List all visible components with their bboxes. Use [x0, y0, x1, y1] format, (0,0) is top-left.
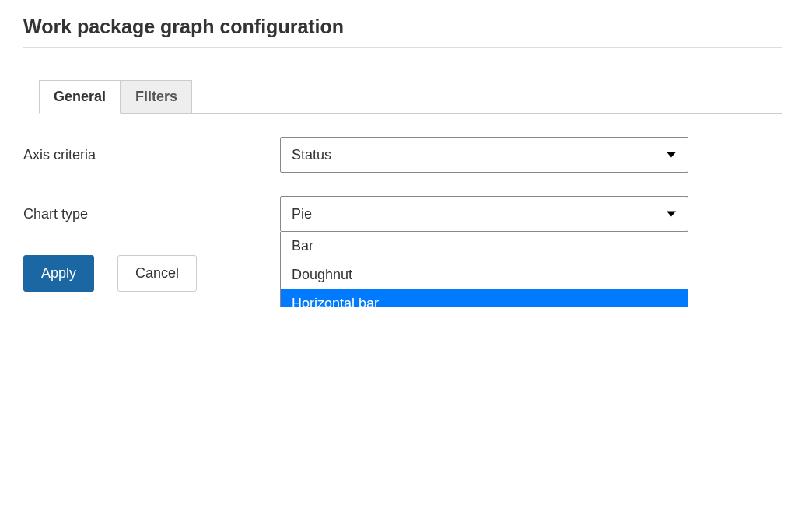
tab-general[interactable]: General	[39, 80, 121, 114]
cancel-button[interactable]: Cancel	[117, 255, 197, 292]
axis-criteria-label: Axis criteria	[23, 147, 280, 163]
chart-type-select-wrapper: Pie BarDoughnutHorizontal barLinePiePola…	[280, 196, 688, 232]
axis-criteria-select[interactable]: Status	[280, 137, 688, 173]
chart-type-row: Chart type Pie BarDoughnutHorizontal bar…	[23, 196, 782, 232]
chart-type-option[interactable]: Doughnut	[281, 261, 688, 289]
chart-type-option[interactable]: Horizontal bar	[281, 289, 688, 307]
chart-type-select[interactable]: Pie	[280, 196, 688, 232]
tab-filters[interactable]: Filters	[121, 80, 192, 114]
axis-criteria-select-wrapper: Status	[280, 137, 688, 173]
chart-type-dropdown: BarDoughnutHorizontal barLinePiePolar ar…	[280, 232, 688, 307]
title-divider	[23, 47, 782, 48]
chart-type-value: Pie	[292, 206, 312, 222]
axis-criteria-value: Status	[292, 147, 331, 163]
tabs: General Filters	[39, 79, 782, 114]
chart-type-option[interactable]: Bar	[281, 232, 688, 261]
axis-criteria-row: Axis criteria Status	[23, 137, 782, 173]
apply-button[interactable]: Apply	[23, 255, 94, 292]
chart-type-label: Chart type	[23, 206, 280, 222]
page-title: Work package graph configuration	[23, 16, 782, 38]
